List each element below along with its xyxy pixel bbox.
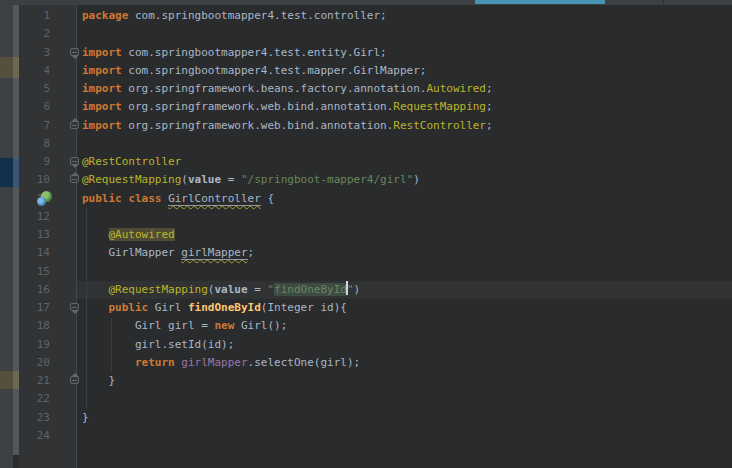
code-token: (Integer id){ <box>261 301 347 314</box>
spring-bean-gutter-icon[interactable] <box>37 191 52 206</box>
line-number[interactable]: 21 <box>19 372 76 390</box>
fold-marker-end[interactable] <box>70 376 79 384</box>
code-line[interactable] <box>77 135 732 153</box>
line-number[interactable]: 16 <box>19 281 76 299</box>
code-line[interactable]: package com.springbootmapper4.test.contr… <box>77 7 732 25</box>
code-token: import <box>82 46 122 59</box>
code-token: ; <box>486 119 493 132</box>
code-token: @Autowired <box>109 228 175 241</box>
code-line[interactable]: public class GirlController { <box>77 190 732 208</box>
code-token: public <box>82 192 122 205</box>
code-line[interactable]: } <box>77 372 732 390</box>
line-number[interactable]: 17 <box>19 299 76 317</box>
code-token: com.springbootmapper4.test.mapper.GirlMa… <box>122 64 427 77</box>
code-line[interactable] <box>77 263 732 281</box>
stripe-marker-navigation[interactable] <box>0 158 19 187</box>
editor-gutter: 123456789101112131415161718192021222324 <box>19 5 77 468</box>
code-token: GirlController <box>168 192 261 206</box>
code-token: ) <box>413 173 420 186</box>
line-number[interactable]: 24 <box>19 427 76 445</box>
code-token: org.springframework.web.bind.annotation. <box>122 100 394 113</box>
stripe-marker-warning[interactable] <box>0 371 19 389</box>
code-token: RestController <box>393 119 486 132</box>
active-tab-indicator[interactable] <box>475 0 605 4</box>
line-number[interactable]: 15 <box>19 263 76 281</box>
code-token: "/springboot-mapper4/girl" <box>241 173 413 186</box>
stripe-marker-warning[interactable] <box>0 57 19 78</box>
code-line[interactable] <box>77 25 732 43</box>
line-number[interactable]: 19 <box>19 336 76 354</box>
line-number[interactable]: 6 <box>19 98 76 116</box>
code-line[interactable]: @RequestMapping(value = "/springboot-map… <box>77 171 732 189</box>
line-number[interactable]: 10 <box>19 171 76 189</box>
code-line[interactable]: GirlMapper girlMapper; <box>77 244 732 262</box>
line-number[interactable]: 20 <box>19 354 76 372</box>
code-token: org.springframework.beans.factory.annota… <box>122 82 427 95</box>
code-line[interactable]: import com.springbootmapper4.test.mapper… <box>77 62 732 80</box>
line-number[interactable]: 13 <box>19 226 76 244</box>
code-line[interactable]: return girlMapper.selectOne(girl); <box>77 354 732 372</box>
code-token: new <box>214 319 234 332</box>
line-number[interactable]: 23 <box>19 409 76 427</box>
code-token: com.springbootmapper4.test.controller; <box>128 9 386 22</box>
code-token: findOneById <box>188 301 261 314</box>
code-token: return <box>135 356 175 369</box>
code-token: com.springbootmapper4.test.entity.Girl; <box>122 46 387 59</box>
line-number[interactable]: 5 <box>19 80 76 98</box>
code-token: import <box>82 64 122 77</box>
fold-marker-end[interactable] <box>70 175 79 183</box>
code-token: value <box>188 173 221 186</box>
code-token <box>82 301 109 314</box>
code-token: .selectOne(girl); <box>248 356 361 369</box>
code-token: RequestMapping <box>393 100 486 113</box>
code-line[interactable] <box>77 390 732 408</box>
line-number[interactable]: 1 <box>19 7 76 25</box>
code-line[interactable]: } <box>77 409 732 427</box>
line-number[interactable]: 4 <box>19 62 76 80</box>
code-line[interactable] <box>77 427 732 445</box>
fold-marker-start[interactable] <box>70 157 79 165</box>
code-token: " <box>347 283 354 296</box>
line-number[interactable]: 18 <box>19 317 76 335</box>
code-line[interactable]: girl.setId(id); <box>77 336 732 354</box>
code-token: value <box>214 283 247 296</box>
code-token: { <box>261 192 274 205</box>
fold-marker-end[interactable] <box>70 121 79 129</box>
line-number[interactable]: 14 <box>19 244 76 262</box>
code-editor[interactable]: package com.springbootmapper4.test.contr… <box>77 5 732 445</box>
fold-marker-start[interactable] <box>70 303 79 311</box>
code-token: org.springframework.web.bind.annotation. <box>122 119 394 132</box>
code-line[interactable]: @Autowired <box>77 226 732 244</box>
line-number[interactable]: 8 <box>19 135 76 153</box>
line-number[interactable]: 2 <box>19 25 76 43</box>
code-token: girlMapper <box>181 246 247 260</box>
code-token: import <box>82 119 122 132</box>
code-token: ( <box>181 173 188 186</box>
code-line[interactable]: import org.springframework.beans.factory… <box>77 80 732 98</box>
code-token: class <box>128 192 161 205</box>
code-line[interactable]: public Girl findOneById(Integer id){ <box>77 299 732 317</box>
code-token: findOneById <box>274 283 347 296</box>
code-token: Girl <box>148 301 188 314</box>
code-line[interactable]: import com.springbootmapper4.test.entity… <box>77 44 732 62</box>
code-token: ; <box>486 100 493 113</box>
code-token: ) <box>354 283 361 296</box>
line-number[interactable]: 22 <box>19 390 76 408</box>
code-token: public <box>109 301 149 314</box>
line-number[interactable]: 12 <box>19 208 76 226</box>
line-number[interactable]: 3 <box>19 44 76 62</box>
code-token: @RestController <box>82 155 181 168</box>
code-line[interactable]: import org.springframework.web.bind.anno… <box>77 117 732 135</box>
code-token: girlMapper <box>181 356 247 369</box>
line-number[interactable]: 7 <box>19 117 76 135</box>
code-line[interactable]: import org.springframework.web.bind.anno… <box>77 98 732 116</box>
code-line[interactable]: Girl girl = new Girl(); <box>77 317 732 335</box>
code-token: } <box>82 374 115 387</box>
code-line[interactable]: @RestController <box>77 153 732 171</box>
code-token: = <box>248 283 268 296</box>
code-line[interactable] <box>77 208 732 226</box>
fold-marker-start[interactable] <box>70 48 79 56</box>
line-number[interactable]: 9 <box>19 153 76 171</box>
code-line[interactable]: @RequestMapping(value = "findOneById") <box>77 281 732 299</box>
bean-badge-icon <box>37 197 46 206</box>
